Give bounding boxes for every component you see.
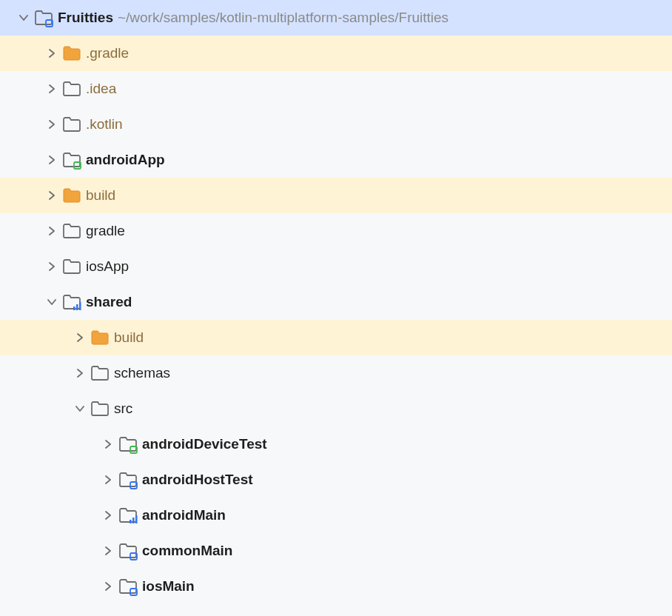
folder-module-icon (118, 470, 138, 489)
chevron-right-icon[interactable] (41, 107, 62, 142)
tree-row-iosapp[interactable]: iosApp (0, 249, 672, 284)
folder-test-module-icon (118, 435, 138, 454)
folder-excluded-icon (62, 44, 81, 63)
folder-icon (62, 221, 81, 241)
tree-label: schemas (114, 365, 170, 381)
chevron-right-icon[interactable] (98, 462, 118, 498)
folder-module-group-icon (62, 292, 81, 312)
tree-row-idea[interactable]: .idea (0, 71, 672, 107)
chevron-down-icon[interactable] (41, 284, 62, 320)
tree-row-gradle[interactable]: gradle (0, 213, 672, 249)
folder-module-icon (118, 541, 138, 560)
chevron-right-icon[interactable] (41, 213, 62, 249)
chevron-right-icon[interactable] (41, 178, 62, 213)
tree-label: .kotlin (86, 116, 123, 133)
chevron-down-icon[interactable] (70, 391, 90, 426)
folder-icon (62, 115, 81, 134)
chevron-right-icon[interactable] (98, 498, 118, 533)
tree-label: build (114, 329, 144, 346)
folder-excluded-icon (90, 328, 110, 347)
tree-label: androidHostTest (142, 472, 253, 488)
chevron-right-icon[interactable] (41, 71, 62, 107)
chevron-right-icon[interactable] (41, 142, 62, 178)
tree-label: .idea (86, 81, 116, 97)
tree-row-src[interactable]: src (0, 391, 672, 426)
folder-android-module-icon (62, 150, 81, 170)
tree-label: shared (86, 294, 132, 310)
folder-module-group-icon (118, 506, 138, 525)
tree-row-androidhosttest[interactable]: androidHostTest (0, 462, 672, 498)
chevron-right-icon[interactable] (98, 426, 118, 462)
tree-row-shared-build[interactable]: build (0, 320, 672, 355)
folder-excluded-icon (62, 186, 81, 205)
tree-label: iosMain (142, 578, 195, 595)
tree-label: build (86, 187, 115, 204)
folder-icon (62, 79, 81, 98)
project-tree: Fruitties ~/work/samples/kotlin-multipla… (0, 0, 672, 604)
tree-label: Fruitties (58, 10, 113, 26)
tree-label: androidDeviceTest (142, 436, 267, 452)
tree-row-androidapp[interactable]: androidApp (0, 142, 672, 178)
tree-row-iosmain[interactable]: iosMain (0, 569, 672, 604)
tree-root-path: ~/work/samples/kotlin-multiplatform-samp… (118, 10, 448, 26)
folder-module-icon (118, 577, 138, 596)
folder-icon (90, 399, 110, 418)
folder-module-icon (34, 8, 53, 27)
tree-label: commonMain (142, 543, 232, 559)
tree-row-kotlin[interactable]: .kotlin (0, 107, 672, 142)
tree-row-shared[interactable]: shared (0, 284, 672, 320)
chevron-right-icon[interactable] (70, 320, 90, 355)
chevron-right-icon[interactable] (41, 36, 62, 71)
tree-row-gradle-hidden[interactable]: .gradle (0, 36, 672, 71)
chevron-down-icon[interactable] (13, 0, 34, 36)
chevron-right-icon[interactable] (41, 249, 62, 284)
tree-row-schemas[interactable]: schemas (0, 355, 672, 391)
tree-row-root[interactable]: Fruitties ~/work/samples/kotlin-multipla… (0, 0, 672, 36)
tree-row-androidmain[interactable]: androidMain (0, 498, 672, 533)
folder-icon (62, 257, 81, 276)
tree-label: androidApp (86, 152, 165, 168)
folder-icon (90, 364, 110, 383)
tree-label: src (114, 401, 132, 417)
chevron-right-icon[interactable] (98, 569, 118, 604)
chevron-right-icon[interactable] (70, 355, 90, 391)
tree-label: .gradle (86, 45, 129, 61)
tree-label: androidMain (142, 507, 226, 523)
tree-row-build[interactable]: build (0, 178, 672, 213)
tree-label: iosApp (86, 258, 129, 275)
tree-label: gradle (86, 223, 125, 239)
tree-row-commonmain[interactable]: commonMain (0, 533, 672, 569)
tree-row-androiddevicetest[interactable]: androidDeviceTest (0, 426, 672, 462)
chevron-right-icon[interactable] (98, 533, 118, 569)
